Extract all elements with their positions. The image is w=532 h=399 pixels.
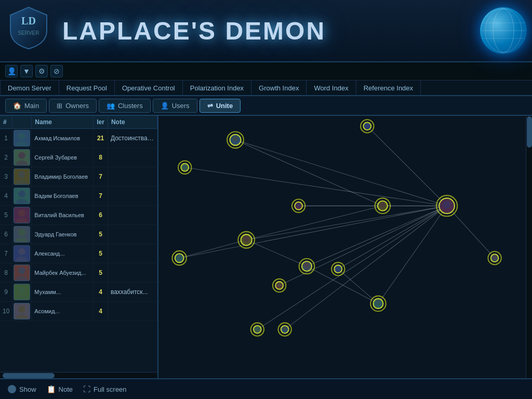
- home-icon: 🏠: [13, 102, 21, 110]
- vertical-scrollbar-right[interactable]: [526, 116, 532, 378]
- row-number: 8: [0, 263, 12, 283]
- nav-word-index[interactable]: Word Index: [307, 80, 356, 96]
- tab-clusters[interactable]: 👥 Clusters: [99, 99, 151, 113]
- graph-edge: [185, 167, 447, 206]
- avatar-cell: [12, 129, 32, 148]
- user-name: Виталий Васильев: [32, 206, 94, 225]
- svg-point-12: [19, 152, 25, 159]
- graph-edge: [367, 126, 447, 206]
- user-score: 5: [94, 263, 108, 283]
- table-row[interactable]: 1 Ахмад Исмаилов 21 Достоинства джихада …: [0, 129, 157, 148]
- svg-point-36: [19, 306, 25, 313]
- row-number: 4: [0, 187, 12, 206]
- graph-node[interactable]: [299, 259, 315, 274]
- network-graph[interactable]: [158, 116, 532, 378]
- tab-unite[interactable]: ⇌ Unite: [200, 99, 241, 113]
- nav-request-pool[interactable]: Request Pool: [59, 80, 115, 96]
- table-row[interactable]: 5 Виталий Васильев 6: [0, 206, 157, 225]
- block-icon[interactable]: ⊘: [50, 65, 63, 77]
- row-number: 10: [0, 302, 12, 321]
- graph-node[interactable]: [178, 161, 191, 174]
- avatar: [14, 245, 30, 262]
- settings-icon[interactable]: ⚙: [35, 65, 48, 77]
- nav-growth-index[interactable]: Growth Index: [251, 80, 307, 96]
- table-row[interactable]: 3 Владимир Боголаев 7: [0, 167, 157, 187]
- user-note: [108, 302, 157, 321]
- avatar: [14, 168, 30, 185]
- graph-node[interactable]: [375, 198, 391, 214]
- avatar: [14, 303, 30, 320]
- graph-node[interactable]: [238, 232, 255, 248]
- svg-point-64: [283, 326, 286, 330]
- users-icon: 👤: [161, 102, 169, 110]
- note-button[interactable]: 📋 Note: [47, 385, 73, 393]
- graph-node[interactable]: [278, 323, 291, 336]
- user-name: Вадим Боголаев: [32, 187, 94, 206]
- avatar-cell: [12, 225, 32, 244]
- user-name: Мухамм...: [32, 283, 94, 302]
- tab-owners[interactable]: ⊞ Owners: [49, 99, 97, 113]
- tab-users[interactable]: 👤 Users: [153, 99, 197, 113]
- table-row[interactable]: 2 Сергей Зубарев 8: [0, 148, 157, 167]
- avatar: [14, 130, 30, 147]
- user-name: Майрбек Абуезид...: [32, 263, 94, 283]
- graph-node[interactable]: [273, 279, 286, 292]
- table-row[interactable]: 10 Асомид... 4: [0, 302, 157, 321]
- table-row[interactable]: 9 Мухамм... 4 ваххабитск...: [0, 283, 157, 302]
- graph-node[interactable]: [488, 251, 501, 264]
- graph-node[interactable]: [227, 131, 244, 148]
- nav-polarization-index[interactable]: Polarization Index: [183, 80, 251, 96]
- bottom-bar: Show 📋 Note ⛶ Full screen: [0, 378, 532, 399]
- graph-node[interactable]: [172, 251, 186, 265]
- svg-point-52: [297, 203, 300, 206]
- fullscreen-button[interactable]: ⛶ Full screen: [83, 385, 127, 393]
- nav-reference-index[interactable]: Reference Index: [356, 80, 421, 96]
- horizontal-scrollbar[interactable]: [0, 372, 157, 378]
- app-title: LAPLACE'S DEMON: [57, 17, 480, 45]
- svg-point-33: [19, 287, 25, 294]
- graph-edge: [235, 140, 382, 206]
- graph-node[interactable]: [361, 119, 374, 132]
- avatar-cell: [12, 148, 32, 167]
- user-note: ваххабитск...: [108, 283, 157, 302]
- table-row[interactable]: 4 Вадим Боголаев 7: [0, 187, 157, 206]
- user-score: 4: [94, 283, 108, 302]
- graph-node[interactable]: [436, 195, 457, 216]
- avatar: [14, 207, 30, 223]
- svg-point-55: [304, 263, 310, 268]
- tab-main[interactable]: 🏠 Main: [5, 99, 47, 113]
- table-panel: # Name Ier Note 1: [0, 116, 158, 378]
- user-note: [108, 263, 157, 283]
- svg-point-46: [244, 236, 249, 242]
- graph-node[interactable]: [370, 296, 386, 312]
- show-button[interactable]: Show: [8, 385, 36, 393]
- avatar-cell: [12, 167, 32, 187]
- graph-edge: [246, 206, 447, 240]
- col-score: Ier: [94, 116, 108, 129]
- row-number: 9: [0, 283, 12, 302]
- row-number: 5: [0, 206, 12, 225]
- table-row[interactable]: 7 Александ... 5: [0, 244, 157, 263]
- col-num: #: [0, 116, 12, 129]
- avatar-cell: [12, 283, 32, 302]
- row-number: 7: [0, 244, 12, 263]
- v-scroll-thumb-right: [527, 116, 532, 148]
- user-score: 5: [94, 225, 108, 244]
- table-row[interactable]: 6 Эдуард Гаенков 5: [0, 225, 157, 244]
- user-note: [108, 244, 157, 263]
- table-container[interactable]: # Name Ier Note 1: [0, 116, 157, 372]
- owners-icon: ⊞: [57, 102, 62, 110]
- avatar-cell: [12, 187, 32, 206]
- user-name: Эдуард Гаенков: [32, 225, 94, 244]
- user-icon[interactable]: 👤: [5, 65, 18, 77]
- tab-bar: 🏠 Main ⊞ Owners 👥 Clusters 👤 Users ⇌ Uni…: [0, 96, 532, 116]
- svg-point-43: [183, 164, 187, 168]
- table-row[interactable]: 8 Майрбек Абуезид... 5: [0, 263, 157, 283]
- avatar: [14, 264, 30, 281]
- graph-node[interactable]: [331, 262, 344, 275]
- graph-node[interactable]: [251, 323, 264, 336]
- nav-demon-server[interactable]: Demon Server: [0, 80, 59, 96]
- nav-operative-control[interactable]: Operative Control: [115, 80, 183, 96]
- svg-point-15: [19, 171, 25, 178]
- dropdown-icon[interactable]: ▼: [20, 65, 33, 77]
